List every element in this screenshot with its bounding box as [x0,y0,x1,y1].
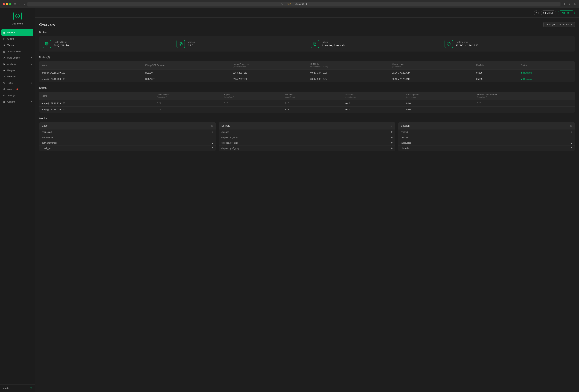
node-maxfds: 65535 [474,70,519,76]
forward-button[interactable]: › [23,2,25,6]
sidebar-item-analysis[interactable]: ▣ Analysis ▾ [0,61,35,67]
back-button[interactable]: ‹ [19,2,21,6]
metrics-row: check_acl 0 [39,146,216,151]
system-name-icon [43,40,51,48]
nodes-section-title: Nodes(2) [39,56,575,59]
sidebar-item-label: Analysis [7,63,16,65]
node-erlang-otp: R22/10.7 [143,70,230,76]
stats-col-subscriptions: Subscriptions(count/max) [404,92,475,100]
sidebar-item-label: Clients [7,38,14,40]
metrics-row-value: 0 [212,142,213,144]
metrics-card-session: Session ⇅ created 0 resumed 0 takeovered… [398,122,575,151]
nodes-col-maxfds: MaxFds [474,61,519,70]
metrics-row: auth.anonymous 0 [39,140,216,146]
sidebar: EMQ Dashboard ▦ Monitor ◻ Clients ≡ Topi… [0,8,35,392]
stat-topics: 0 / 0 [221,107,282,113]
sidebar-item-clients[interactable]: ◻ Clients [0,36,35,42]
metrics-row-label: resumed [401,136,409,139]
sidebar-item-settings[interactable]: ⚙ Settings [0,92,35,98]
logout-button[interactable]: ⬡ [29,387,32,390]
svg-marker-7 [180,43,182,45]
metrics-card-client: Client ⇅ connected 0 authenticate 0 auth… [39,122,216,151]
sidebar-item-label: Subscriptions [7,50,21,53]
broker-section-title: Broker [39,31,575,34]
username-label: admin [3,387,9,390]
node-status: Running [519,70,575,76]
sidebar-item-label: General [7,100,15,103]
rule-engine-icon: ↗ [3,56,5,59]
sort-icon[interactable]: ⇅ [390,124,392,127]
sidebar-item-label: Topics [7,44,14,46]
stats-col-topics: Topics(count/max) [221,92,282,100]
sidebar-item-subscriptions[interactable]: ▤ Subscriptions [0,48,35,55]
browser-chrome: ⊟ ‹ › 🛡 不安全 — 120.55.62.40 ⬆ + ⧉ [0,0,579,8]
node-erlang-proc: 315 / 2097152 [230,76,308,82]
alarms-badge [16,88,18,90]
sidebar-item-modules[interactable]: ▪ Modules [0,73,35,80]
node-name: emqx@172.16.239.108 [39,70,143,76]
stat-connections: 0 / 0 [154,107,221,113]
node-selector[interactable]: emqx@172.16.239.108 ▾ [543,22,575,27]
table-row: emqx@172.16.239.108 0 / 0 0 / 0 5 / 5 0 … [39,100,575,107]
metrics-row-label: check_acl [42,147,51,150]
metrics-row-value: 0 [571,131,572,133]
sidebar-item-monitor[interactable]: ▦ Monitor [1,29,33,36]
sidebar-item-general[interactable]: ▦ General ▾ [0,98,35,105]
version-label: Version [188,41,195,43]
sidebar-item-label: Settings [7,94,15,97]
metrics-row-value: 0 [571,142,572,144]
new-tab-button[interactable]: + [568,2,571,6]
sidebar-item-plugins[interactable]: ◈ Plugins [0,67,35,73]
free-trial-button[interactable]: Free Trial → [558,10,575,15]
address-bar[interactable]: 🛡 不安全 — 120.55.62.40 [27,2,560,6]
uptime-label: Uptime [322,41,345,43]
tabs-button[interactable]: ⧉ [573,2,576,6]
metrics-row-label: authenticate [42,136,53,139]
share-button[interactable]: ⬆ [563,2,566,6]
metrics-row-value: 0 [391,147,392,150]
content-area: Overview emqx@172.16.239.108 ▾ Broker Sy… [35,18,579,392]
metrics-grid: Client ⇅ connected 0 authenticate 0 auth… [39,122,575,151]
sidebar-item-label: Monitor [7,31,15,34]
system-name-value: EMQ X Broker [54,44,70,47]
metrics-row-value: 0 [212,131,213,133]
stats-col-retained: Retained(count/max) [282,92,343,100]
sidebar-item-tools[interactable]: ⚙ Tools ▾ [0,80,35,86]
metrics-row: dropped.too_large 0 [218,140,395,146]
emq-logo-icon: EMQ [13,12,22,20]
node-cpu-info: 0.02 / 0.04 / 0.00 [308,70,389,76]
version-value: 4.2.5 [188,44,195,47]
nodes-col-name: Name [39,61,143,70]
metrics-row: resumed 0 [398,135,575,140]
sidebar-item-rule-engine[interactable]: ↗ Rule Engine ▾ [0,55,35,61]
help-button[interactable]: ? [534,10,539,15]
stat-sessions: 0 / 0 [343,100,404,107]
metrics-row-label: dropped.too_large [221,142,238,144]
table-row: emqx@172.16.239.108 R22/10.7 315 / 20971… [39,70,575,76]
address-separator: — [292,3,294,5]
stat-subscriptions: 0 / 0 [404,107,475,113]
sidebar-item-topics[interactable]: ≡ Topics [0,42,35,48]
system-time-value: 2021-01-14 16:28:45 [456,44,478,47]
stat-sessions: 0 / 0 [343,107,404,113]
github-button[interactable]: GitHub [541,10,556,15]
minimize-button[interactable] [6,3,8,5]
stats-section-title: Stats(2) [39,86,575,89]
sort-icon[interactable]: ⇅ [570,124,572,127]
stat-name: emqx@172.16.239.108 [39,100,154,107]
close-button[interactable] [3,3,5,5]
maximize-button[interactable] [9,3,11,5]
table-row: emqx@172.16.239.109 0 / 0 0 / 0 5 / 5 0 … [39,107,575,113]
insecure-label: 不安全 [285,3,291,5]
stat-retained: 5 / 5 [282,107,343,113]
sidebar-toggle-button[interactable]: ⊟ [13,2,17,6]
metrics-row: discarded 0 [398,146,575,151]
sort-icon[interactable]: ⇅ [211,124,213,127]
metrics-row-label: created [401,131,408,133]
alarms-icon: ◎ [3,88,5,90]
metrics-row-value: 0 [212,136,213,139]
sidebar-logo: EMQ Dashboard [0,8,35,28]
sidebar-item-alarms[interactable]: ◎ Alarms [0,86,35,92]
plugins-icon: ◈ [3,69,5,72]
metrics-row-value: 0 [571,136,572,139]
